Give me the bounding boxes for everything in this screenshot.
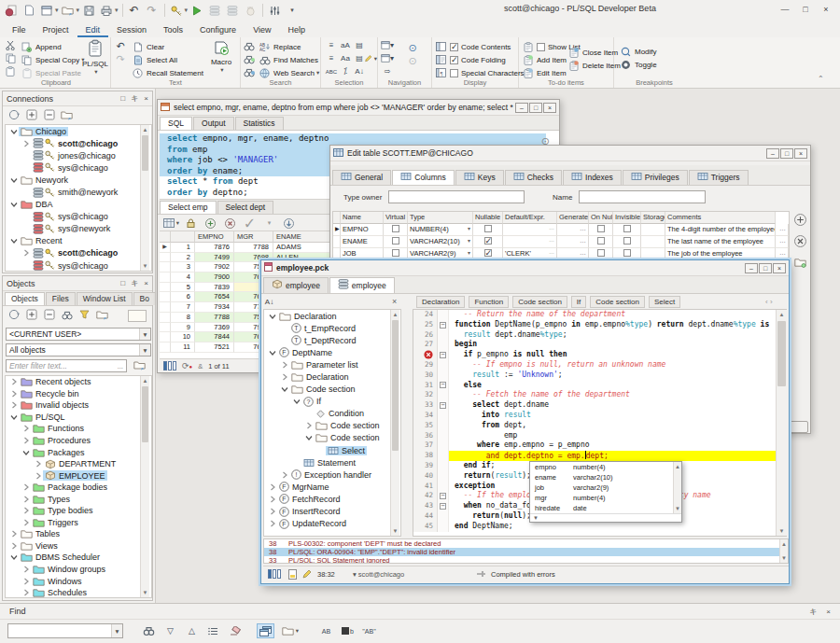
- special-characters-checkbox[interactable]: [450, 69, 458, 77]
- find-icon[interactable]: [243, 40, 256, 52]
- tree-item-mgrname[interactable]: F MgrName: [264, 481, 400, 493]
- ribbon-item-code-folding[interactable]: Code Folding: [435, 53, 525, 66]
- tree-item-newyork[interactable]: Newyork: [6, 174, 151, 186]
- expand-icon[interactable]: [21, 519, 31, 526]
- more-icon[interactable]: …: [115, 360, 126, 371]
- completion-item-hiredate[interactable]: hiredatedate: [530, 503, 681, 513]
- checkbox[interactable]: [392, 249, 399, 257]
- expand-icon[interactable]: [21, 566, 31, 573]
- filter-folder-icon[interactable]: [132, 358, 147, 372]
- close-tree-icon[interactable]: ×: [392, 297, 397, 306]
- code-contents-checkbox[interactable]: [450, 43, 458, 51]
- menu-tab-help[interactable]: Help: [279, 23, 314, 37]
- tree-item-package-bodies[interactable]: Package bodies: [6, 482, 151, 494]
- chevron-down-icon[interactable]: ▼: [139, 328, 150, 340]
- macro-button[interactable]: Macro ▾: [206, 39, 236, 84]
- close-button[interactable]: ×: [816, 3, 836, 17]
- ribbon-item-special-copy[interactable]: Special Copy ▾: [21, 53, 84, 66]
- menu-tab-configure[interactable]: Configure: [191, 23, 245, 37]
- code-line-36[interactable]: 36 emp: [413, 431, 786, 441]
- column-header-default-expr-[interactable]: Default/Expr.: [503, 212, 557, 224]
- breadcrumb-scroll-icons[interactable]: ‹ ›: [765, 298, 773, 306]
- tree-item-window-groups[interactable]: Window groups: [6, 564, 151, 576]
- undo-icon[interactable]: ↶: [114, 40, 127, 52]
- tree-item-department[interactable]: DEPARTMENT: [6, 458, 151, 470]
- find-input[interactable]: ▼: [7, 623, 123, 638]
- close-icon[interactable]: ×: [794, 148, 807, 159]
- checkbox[interactable]: [597, 225, 605, 232]
- code-line-25[interactable]: 25 − function DeptName(p_empno in emp.em…: [413, 320, 786, 330]
- view-mode-icons[interactable]: [163, 361, 176, 370]
- completion-item-mgr[interactable]: mgrnumber(4): [530, 493, 681, 503]
- sql-window-titlebar[interactable]: select empno, mgr, ename, deptno from em…: [158, 100, 559, 116]
- find-next-icon[interactable]: [243, 53, 256, 65]
- blank-button[interactable]: [128, 310, 147, 322]
- column-header-mgr[interactable]: MGR: [234, 231, 273, 243]
- autocomplete-popup[interactable]: empnonumber(4)enamevarchar2(10)jobvarcha…: [529, 461, 682, 523]
- ribbon-item-close-item[interactable]: Close Item: [567, 46, 621, 59]
- column-header-type[interactable]: Type: [408, 212, 473, 224]
- expand-icon[interactable]: [33, 472, 43, 480]
- close-panel-icon[interactable]: ×: [826, 608, 831, 616]
- pin-icon[interactable]: [476, 569, 486, 580]
- tree-item-declaration[interactable]: Declaration: [264, 370, 400, 383]
- menu-tab-tools[interactable]: Tools: [155, 23, 191, 37]
- tree-item-exception-handler[interactable]: ! Exception handler: [264, 468, 400, 481]
- scroll-down-icon[interactable]: ▼: [141, 588, 149, 597]
- completion-item-job[interactable]: jobvarchar2(9): [530, 482, 681, 493]
- search-windows-icon[interactable]: [257, 623, 274, 638]
- add-connection-icon[interactable]: [23, 108, 39, 122]
- column-header-comments[interactable]: Comments: [665, 212, 776, 224]
- ellipsis-button[interactable]: …: [549, 237, 554, 246]
- checkbox[interactable]: [623, 249, 631, 257]
- edit-table-titlebar[interactable]: Edit table SCOTT.EMP@CHICAGO – □ ×: [330, 146, 810, 161]
- objects-tab-bo[interactable]: Bo: [133, 292, 156, 305]
- window-list-icon[interactable]: ▾: [381, 52, 394, 64]
- ellipsis-button[interactable]: …: [776, 236, 789, 248]
- error-row[interactable]: 33PL/SQL: SQL Statement ignored: [264, 556, 788, 564]
- tree-item-recent-objects[interactable]: Recent objects: [6, 376, 151, 388]
- dropdown-arrow[interactable]: ▾: [55, 7, 59, 14]
- filter-icon[interactable]: [77, 308, 92, 322]
- expand-icon[interactable]: [8, 401, 19, 409]
- view-mode-icons[interactable]: [268, 569, 281, 580]
- tree-item-condition[interactable]: Condition: [264, 408, 400, 420]
- collapse-icon[interactable]: [8, 176, 19, 184]
- copy-icon[interactable]: [4, 52, 17, 64]
- sort-icon[interactable]: A↓: [353, 65, 366, 77]
- breadcrumb-declaration[interactable]: Declaration: [416, 296, 465, 308]
- tree-item-sys-chicago[interactable]: sys@chicago: [6, 161, 151, 174]
- tree-item-sys-chicago[interactable]: sys@chicago: [6, 211, 151, 223]
- code-line-29[interactable]: 29 -- If empno is null, return an unknow…: [413, 360, 786, 370]
- connections-scrollbar[interactable]: ▲ ▼: [140, 125, 149, 271]
- refresh-icon[interactable]: [6, 308, 21, 322]
- tree-item-views[interactable]: Views: [6, 540, 151, 552]
- column-header-invisible[interactable]: Invisible: [613, 212, 641, 224]
- scroll-down-icon[interactable]: ▼: [777, 526, 787, 536]
- auto-refresh-icon[interactable]: ⟳●: [182, 361, 192, 370]
- expand-icon[interactable]: [267, 483, 277, 491]
- tree-item-types[interactable]: Types: [6, 493, 151, 505]
- copy-columns-icon[interactable]: [792, 256, 808, 270]
- editor-scrollbar[interactable]: ▲ ▼: [776, 310, 787, 536]
- object-type-combo[interactable]: All objects▼: [6, 343, 151, 356]
- find-next-icon[interactable]: ▽: [161, 623, 179, 638]
- collapse-icon[interactable]: [267, 313, 277, 320]
- connection-indicator[interactable]: ▾ scott@chicago: [353, 570, 404, 579]
- tree-item-select[interactable]: Select: [264, 444, 400, 456]
- edit-folder-icon[interactable]: [59, 108, 75, 122]
- column-header-virtual[interactable]: Virtual: [384, 212, 408, 224]
- fold-icon[interactable]: −: [438, 350, 449, 360]
- maximize-panel-icon[interactable]: □: [120, 94, 125, 103]
- dropdown-arrow[interactable]: ▾: [115, 7, 119, 14]
- execute-icon[interactable]: [189, 2, 205, 19]
- tree-item-type-bodies[interactable]: Type bodies: [6, 505, 151, 517]
- special-format-icon[interactable]: ⁒: [339, 65, 352, 77]
- fetch-last-icon[interactable]: [281, 217, 297, 231]
- object-filter-input[interactable]: Enter filter text... …: [6, 359, 127, 372]
- tree-item-dbms-scheduler[interactable]: DBMS Scheduler: [6, 552, 151, 564]
- edit-pencil-icon[interactable]: [301, 569, 312, 581]
- tree-item-t-emprecord[interactable]: T t_EmpRecord: [264, 322, 400, 334]
- code-line-37[interactable]: 37 where emp.empno = p_empno: [413, 440, 786, 451]
- new-window-icon[interactable]: [38, 2, 55, 19]
